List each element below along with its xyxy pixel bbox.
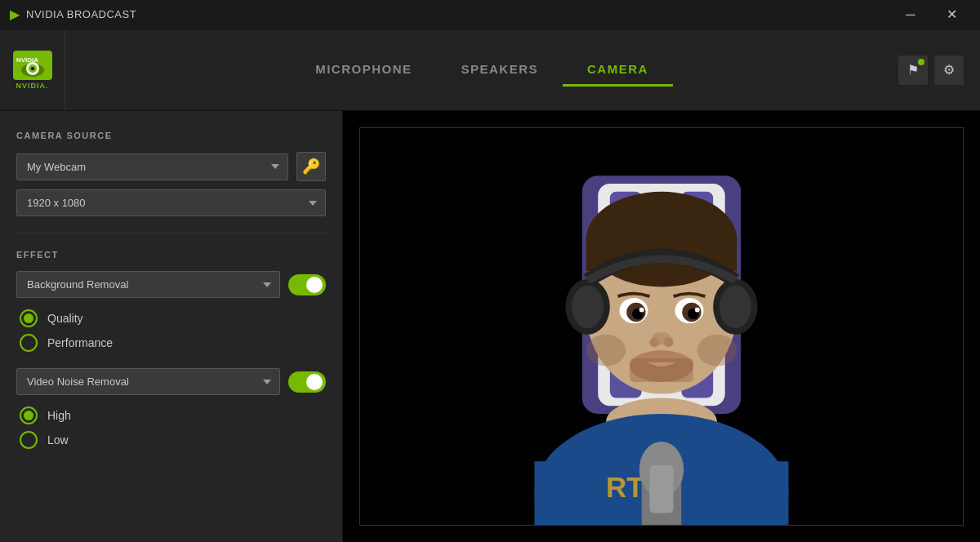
close-button[interactable]: ✕ — [933, 2, 970, 27]
svg-point-30 — [695, 308, 700, 313]
tab-microphone[interactable]: MICROPHONE — [291, 54, 436, 87]
svg-point-33 — [664, 338, 674, 348]
minimize-button[interactable]: ─ — [892, 2, 929, 27]
svg-point-37 — [572, 285, 604, 327]
webcam-row: My Webcam USB Camera Virtual Camera 🔑 — [16, 152, 326, 181]
performance-radio[interactable]: Performance — [20, 334, 326, 352]
svg-point-40 — [586, 335, 626, 367]
titlebar: ▶ NVIDIA BROADCAST ─ ✕ — [0, 0, 980, 29]
tab-camera[interactable]: CAMERA — [563, 54, 673, 87]
notifications-button[interactable]: ⚑ — [898, 56, 928, 85]
high-radio-circle — [20, 406, 38, 424]
low-radio-circle — [20, 431, 38, 449]
quality-radio-label: Quality — [47, 312, 83, 325]
app-title: NVIDIA BROADCAST — [26, 8, 136, 20]
tab-speakers[interactable]: SPEAKERS — [436, 54, 563, 87]
divider-1 — [16, 233, 326, 233]
noise-removal-options: High Low — [16, 406, 326, 449]
effect-toggle[interactable] — [288, 274, 326, 295]
notification-icon: ⚑ — [907, 62, 919, 78]
effect2-toggle-track[interactable] — [288, 371, 326, 393]
performance-radio-label: Performance — [47, 336, 113, 349]
effect2-toggle[interactable] — [288, 371, 326, 393]
nvidia-text: NVIDIA. — [16, 82, 48, 90]
camera-preview: RTX — [343, 111, 980, 542]
resolution-row: 1920 x 1080 1280 x 720 640 x 480 — [16, 189, 326, 216]
webcam-gear-icon: 🔑 — [302, 158, 320, 175]
webcam-settings-button[interactable]: 🔑 — [296, 152, 326, 181]
noise-removal-row: Video Noise Removal Eye Contact None — [16, 368, 326, 395]
resolution-select[interactable]: 1920 x 1080 1280 x 720 640 x 480 — [16, 189, 326, 216]
quality-radio-circle — [20, 309, 38, 327]
svg-point-5 — [31, 67, 34, 70]
svg-text:NVIDIA: NVIDIA — [16, 56, 38, 64]
gear-icon: ⚙ — [943, 62, 955, 78]
header-actions: ⚑ ⚙ — [898, 56, 964, 85]
bg-removal-row: Background Removal Background Blur Virtu… — [16, 271, 326, 298]
camera-source-label: CAMERA SOURCE — [16, 131, 326, 140]
webcam-select[interactable]: My Webcam USB Camera Virtual Camera — [16, 153, 288, 180]
low-radio[interactable]: Low — [20, 431, 326, 449]
svg-point-29 — [639, 308, 644, 313]
sidebar: CAMERA SOURCE My Webcam USB Camera Virtu… — [0, 111, 343, 542]
effect-toggle-track[interactable] — [288, 274, 326, 295]
titlebar-left: ▶ NVIDIA BROADCAST — [10, 7, 136, 22]
logo-area: NVIDIA NVIDIA. — [0, 29, 65, 110]
content: CAMERA SOURCE My Webcam USB Camera Virtu… — [0, 111, 980, 542]
settings-button[interactable]: ⚙ — [934, 56, 964, 85]
app-icon: ▶ — [10, 7, 20, 22]
effect2-select[interactable]: Video Noise Removal Eye Contact None — [16, 368, 280, 395]
effect-label: EFFECT — [16, 250, 326, 260]
bg-removal-options: Quality Performance — [16, 309, 326, 352]
svg-point-41 — [697, 335, 737, 367]
titlebar-controls: ─ ✕ — [892, 2, 970, 27]
high-radio-label: High — [47, 409, 71, 422]
svg-point-32 — [649, 338, 659, 348]
svg-rect-17 — [649, 465, 673, 513]
nav-tabs: MICROPHONE SPEAKERS CAMERA — [65, 54, 898, 87]
svg-rect-35 — [630, 358, 693, 382]
app-container: NVIDIA NVIDIA. MICROPHONE SPEAKERS CAMER… — [0, 29, 980, 542]
performance-radio-circle — [20, 334, 38, 352]
svg-point-39 — [719, 285, 751, 327]
nvidia-logo: NVIDIA NVIDIA. — [13, 51, 52, 90]
header: NVIDIA NVIDIA. MICROPHONE SPEAKERS CAMER… — [0, 29, 980, 111]
camera-feed: RTX — [360, 128, 963, 525]
high-radio[interactable]: High — [20, 406, 326, 424]
low-radio-label: Low — [47, 433, 69, 446]
nvidia-eye-icon: NVIDIA — [13, 51, 52, 80]
effect-select[interactable]: Background Removal Background Blur Virtu… — [16, 271, 280, 298]
quality-radio[interactable]: Quality — [20, 309, 326, 327]
preview-frame: RTX — [359, 127, 964, 526]
